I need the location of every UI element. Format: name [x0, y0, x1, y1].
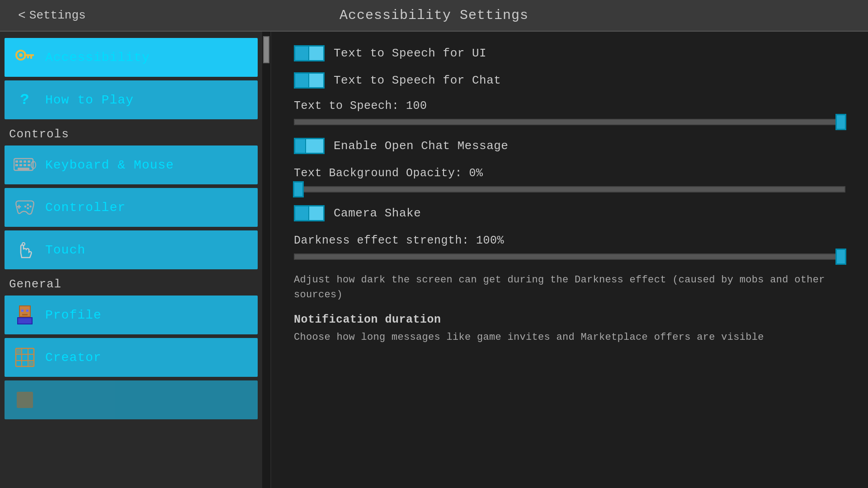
- sidebar-item-controller[interactable]: Controller: [5, 188, 258, 227]
- sidebar-item-accessibility[interactable]: Accessibility: [5, 38, 258, 77]
- svg-rect-6: [15, 160, 18, 163]
- open-chat-toggle[interactable]: [294, 138, 325, 154]
- back-button[interactable]: < Settings: [18, 9, 86, 23]
- controller-icon: [14, 199, 36, 216]
- touch-icon-container: [14, 239, 36, 261]
- svg-rect-34: [17, 349, 21, 353]
- sidebar-scrollbar[interactable]: [262, 32, 270, 488]
- section-label-controls: Controls: [0, 121, 262, 144]
- opacity-slider-track[interactable]: [294, 186, 845, 192]
- svg-rect-14: [18, 168, 29, 170]
- text-to-speech-chat-row: Text to Speech for Chat: [294, 72, 845, 89]
- svg-rect-28: [18, 318, 32, 324]
- camera-toggle-left: [295, 206, 309, 220]
- open-chat-label: Enable Open Chat Message: [334, 139, 508, 153]
- sidebar-item-how-to-play[interactable]: ? How to Play: [5, 80, 258, 119]
- darkness-description: Adjust how dark the screen can get durin…: [294, 272, 845, 302]
- sidebar-label-controller: Controller: [45, 201, 126, 215]
- keyboard-icon: [14, 157, 36, 173]
- touch-icon: [14, 239, 35, 260]
- darkness-slider-track[interactable]: [294, 253, 845, 260]
- sidebar-item-extra[interactable]: [5, 380, 258, 419]
- text-to-speech-chat-toggle[interactable]: [294, 72, 325, 89]
- svg-rect-27: [22, 314, 28, 315]
- svg-rect-13: [28, 164, 30, 166]
- profile-icon: [15, 305, 35, 325]
- controller-icon-container: [14, 196, 36, 219]
- svg-rect-4: [27, 56, 29, 58]
- svg-rect-25: [21, 310, 24, 312]
- darkness-slider-section: Darkness effect strength: 100%: [294, 234, 845, 260]
- sidebar-wrapper: Accessibility ? How to Play Controls: [0, 32, 271, 488]
- svg-rect-10: [15, 164, 18, 166]
- sidebar: Accessibility ? How to Play Controls: [0, 32, 262, 488]
- sidebar-item-creator[interactable]: Creator: [5, 338, 258, 377]
- camera-shake-toggle[interactable]: [294, 205, 325, 221]
- extra-icon: [15, 390, 35, 410]
- text-to-speech-ui-toggle[interactable]: [294, 45, 325, 61]
- sidebar-item-touch[interactable]: Touch: [5, 230, 258, 269]
- text-to-speech-slider-container: [294, 119, 845, 125]
- question-icon: ?: [20, 91, 29, 108]
- creator-icon: [15, 347, 35, 367]
- toggle-left-half: [295, 47, 309, 60]
- back-chevron-icon: <: [18, 9, 26, 23]
- main-content: Accessibility ? How to Play Controls: [0, 32, 868, 488]
- darkness-slider-thumb[interactable]: [835, 249, 846, 265]
- open-chat-row: Enable Open Chat Message: [294, 138, 845, 154]
- svg-point-22: [24, 206, 27, 208]
- svg-rect-36: [17, 392, 33, 408]
- sidebar-scrollbar-thumb[interactable]: [263, 36, 269, 63]
- sidebar-item-keyboard-mouse[interactable]: Keyboard & Mouse: [5, 145, 258, 184]
- text-to-speech-chat-label: Text to Speech for Chat: [334, 74, 501, 87]
- svg-point-19: [27, 204, 29, 206]
- opacity-slider-thumb[interactable]: [293, 181, 304, 197]
- back-label: Settings: [29, 9, 86, 22]
- toggle-right-half-2: [309, 74, 323, 87]
- text-to-speech-ui-row: Text to Speech for UI: [294, 45, 845, 61]
- camera-shake-row: Camera Shake: [294, 205, 845, 221]
- svg-rect-2: [24, 54, 34, 56]
- key-icon-container: [14, 46, 36, 69]
- page-title: Accessibility Settings: [340, 8, 528, 23]
- text-to-speech-slider-label: Text to Speech: 100: [294, 99, 845, 113]
- svg-rect-12: [24, 164, 26, 166]
- svg-rect-11: [19, 164, 22, 166]
- sidebar-label-profile: Profile: [45, 308, 102, 322]
- question-icon-container: ?: [14, 89, 36, 111]
- extra-icon-container: [14, 389, 36, 411]
- right-panel: Text to Speech for UI Text to Speech for…: [271, 32, 868, 488]
- sidebar-label-accessibility: Accessibility: [45, 51, 150, 65]
- toggle-seg-left: [295, 139, 306, 153]
- opacity-slider-label: Text Background Opacity: 0%: [294, 167, 845, 180]
- text-to-speech-slider-thumb[interactable]: [835, 114, 846, 130]
- toggle-right-half: [309, 47, 323, 60]
- notification-title: Notification duration: [294, 313, 845, 326]
- svg-point-20: [29, 206, 32, 208]
- notification-description: Choose how long messages like game invit…: [294, 330, 845, 345]
- creator-icon-container: [14, 346, 36, 369]
- camera-toggle-right: [309, 206, 323, 220]
- darkness-slider-label: Darkness effect strength: 100%: [294, 234, 845, 247]
- sidebar-item-profile[interactable]: Profile: [5, 296, 258, 334]
- sidebar-label-creator: Creator: [45, 351, 102, 365]
- svg-rect-9: [28, 160, 30, 163]
- toggle-seg-right: [306, 139, 323, 153]
- sidebar-label-how-to-play: How to Play: [45, 93, 134, 107]
- svg-rect-18: [17, 206, 21, 207]
- keyboard-icon-container: [14, 154, 36, 176]
- svg-rect-8: [24, 160, 26, 163]
- section-label-general: General: [0, 271, 262, 294]
- header: < Settings Accessibility Settings: [0, 0, 868, 32]
- key-icon: [14, 47, 35, 68]
- sidebar-label-touch: Touch: [45, 243, 85, 257]
- opacity-slider-container: [294, 186, 845, 192]
- opacity-slider-section: Text Background Opacity: 0%: [294, 167, 845, 192]
- sidebar-label-keyboard-mouse: Keyboard & Mouse: [45, 158, 174, 172]
- svg-rect-26: [26, 310, 28, 312]
- svg-point-21: [27, 207, 29, 210]
- darkness-slider-container: [294, 253, 845, 260]
- text-to-speech-ui-label: Text to Speech for UI: [334, 47, 486, 60]
- text-to-speech-slider-track[interactable]: [294, 119, 845, 125]
- svg-rect-35: [29, 361, 33, 366]
